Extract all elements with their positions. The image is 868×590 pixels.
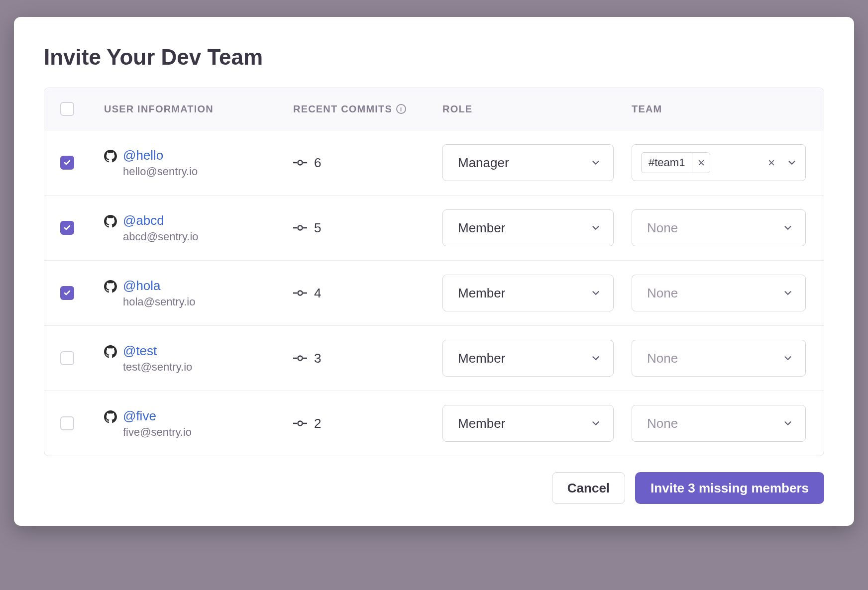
role-select-value: Member (458, 220, 505, 236)
user-handle-link[interactable]: @hello (123, 148, 198, 163)
team-select[interactable]: None (632, 209, 806, 246)
github-icon (104, 280, 117, 293)
chevron-down-icon (590, 288, 601, 298)
select-all-checkbox[interactable] (60, 102, 74, 116)
team-select-value: None (647, 351, 678, 366)
team-select[interactable]: None (632, 340, 806, 377)
chevron-down-icon (786, 157, 797, 168)
header-role: ROLE (442, 103, 632, 115)
commit-icon (293, 223, 307, 233)
team-cell: None (632, 275, 824, 311)
row-checkbox[interactable] (60, 221, 74, 235)
commits-count: 3 (314, 351, 321, 366)
user-email: test@sentry.io (123, 361, 192, 374)
team-select-value: None (647, 220, 678, 236)
role-select[interactable]: Member (442, 209, 614, 246)
github-icon (104, 150, 117, 163)
row-checkbox[interactable] (60, 351, 74, 365)
header-commits-label: RECENT COMMITS (293, 103, 392, 115)
commit-icon (293, 353, 307, 363)
chevron-down-icon (590, 157, 601, 168)
table-header: USER INFORMATION RECENT COMMITS i ROLE T… (44, 88, 824, 130)
clear-all-icon[interactable] (765, 157, 777, 169)
role-cell: Member (442, 275, 632, 311)
commits-cell: 2 (293, 416, 442, 431)
commit-icon (293, 158, 307, 168)
commits-cell: 4 (293, 286, 442, 301)
team-select[interactable]: None (632, 275, 806, 311)
row-checkbox-cell (44, 416, 104, 430)
role-cell: Member (442, 340, 632, 377)
user-info: @hello hello@sentry.io (104, 148, 293, 178)
role-select[interactable]: Manager (442, 144, 614, 181)
invite-table: USER INFORMATION RECENT COMMITS i ROLE T… (44, 88, 824, 456)
info-icon[interactable]: i (396, 104, 406, 114)
github-icon (104, 410, 117, 423)
team-cell: None (632, 340, 824, 377)
user-email: hola@sentry.io (123, 295, 195, 308)
team-cell: None (632, 209, 824, 246)
github-icon (104, 345, 117, 358)
github-icon (104, 215, 117, 228)
role-select[interactable]: Member (442, 340, 614, 377)
invite-button[interactable]: Invite 3 missing members (635, 472, 824, 504)
commits-count: 5 (314, 220, 321, 236)
row-checkbox[interactable] (60, 416, 74, 430)
role-select[interactable]: Member (442, 275, 614, 311)
svg-point-13 (298, 421, 303, 426)
chevron-down-icon (590, 418, 601, 429)
chevron-down-icon (782, 353, 793, 364)
chevron-down-icon (782, 288, 793, 298)
commits-cell: 3 (293, 351, 442, 366)
tag-remove-icon[interactable] (692, 153, 710, 173)
role-select-value: Member (458, 286, 505, 301)
svg-point-1 (298, 161, 303, 165)
svg-point-7 (298, 291, 303, 295)
commits-cell: 6 (293, 155, 442, 171)
table-row: @hello hello@sentry.io 6 Manager #team1 (44, 130, 824, 196)
user-handle-link[interactable]: @abcd (123, 213, 199, 228)
team-multiselect[interactable]: #team1 (632, 144, 806, 181)
chevron-down-icon (590, 353, 601, 364)
team-cell: #team1 (632, 144, 824, 181)
role-select-value: Manager (458, 155, 509, 171)
commit-icon (293, 288, 307, 298)
table-row: @test test@sentry.io 3 Member None (44, 326, 824, 391)
role-cell: Member (442, 209, 632, 246)
user-handle-link[interactable]: @five (123, 408, 192, 424)
user-email: abcd@sentry.io (123, 230, 199, 243)
role-select[interactable]: Member (442, 405, 614, 442)
table-row: @abcd abcd@sentry.io 5 Member None (44, 196, 824, 261)
row-checkbox[interactable] (60, 286, 74, 300)
commits-count: 6 (314, 155, 321, 171)
row-checkbox[interactable] (60, 156, 74, 170)
commits-count: 2 (314, 416, 321, 431)
svg-point-4 (298, 226, 303, 230)
team-select[interactable]: None (632, 405, 806, 442)
user-handle-link[interactable]: @test (123, 343, 192, 359)
table-row: @five five@sentry.io 2 Member None (44, 391, 824, 456)
header-checkbox-cell (44, 102, 104, 116)
commits-count: 4 (314, 286, 321, 301)
user-email: five@sentry.io (123, 426, 192, 439)
role-select-value: Member (458, 351, 505, 366)
chevron-down-icon (782, 222, 793, 233)
team-tag: #team1 (641, 152, 710, 173)
row-checkbox-cell (44, 156, 104, 170)
role-cell: Member (442, 405, 632, 442)
svg-point-10 (298, 356, 303, 361)
chevron-down-icon (782, 418, 793, 429)
header-team: TEAM (632, 103, 824, 115)
role-select-value: Member (458, 416, 505, 431)
table-row: @hola hola@sentry.io 4 Member None (44, 261, 824, 326)
row-checkbox-cell (44, 351, 104, 365)
commit-icon (293, 418, 307, 428)
user-handle-link[interactable]: @hola (123, 278, 195, 294)
modal-footer: Cancel Invite 3 missing members (44, 472, 824, 504)
row-checkbox-cell (44, 221, 104, 235)
cancel-button[interactable]: Cancel (552, 472, 625, 504)
user-info: @five five@sentry.io (104, 408, 293, 439)
team-cell: None (632, 405, 824, 442)
team-select-value: None (647, 416, 678, 431)
header-user: USER INFORMATION (104, 103, 293, 115)
